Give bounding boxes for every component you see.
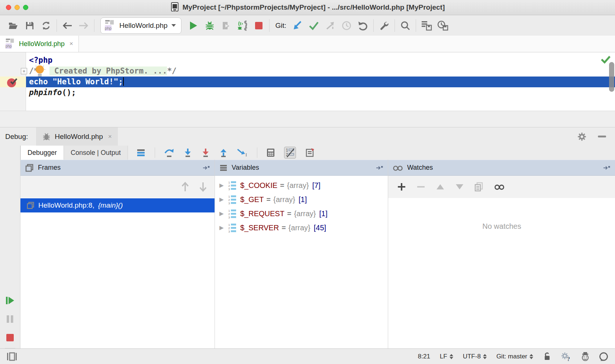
expand-arrow-icon[interactable]: ▶ (219, 196, 228, 203)
debug-left-toolbar (0, 146, 20, 348)
line-ending-select[interactable]: LF (440, 353, 453, 360)
frame-icon (26, 201, 35, 209)
git-push-icon[interactable] (322, 18, 338, 33)
expand-arrow-icon[interactable]: ▶ (219, 182, 228, 189)
caret-position[interactable]: 8:21 (418, 353, 430, 360)
text-caret (123, 77, 124, 86)
frame-location: HelloWorld.php:8, (38, 201, 94, 209)
close-window-button[interactable] (6, 5, 11, 10)
save-context-icon[interactable] (418, 18, 435, 33)
svg-text:2: 2 (228, 212, 230, 216)
folded-comment-region[interactable]: Created by PhpStorm. ... (49, 66, 167, 75)
step-into-icon[interactable] (183, 148, 192, 157)
remove-watch-icon[interactable] (416, 182, 425, 191)
run-with-coverage-icon[interactable] (218, 18, 234, 33)
duplicate-watch-icon[interactable] (474, 182, 483, 192)
editor[interactable]: <?php /* Created by PhpStorm. ...*/ echo… (0, 52, 615, 111)
debug-settings-gear-icon[interactable] (577, 132, 587, 142)
listen-debug-connections-icon[interactable] (234, 18, 251, 33)
editor-debug-splitter[interactable] (0, 111, 615, 127)
pause-icon[interactable] (6, 315, 14, 324)
move-watch-down-icon[interactable] (455, 183, 464, 190)
synchronize-icon[interactable] (38, 18, 54, 33)
save-icon[interactable] (22, 18, 38, 33)
step-over-icon[interactable] (164, 148, 174, 157)
git-branch-select[interactable]: Git: master (496, 353, 533, 360)
tab-debugger-label: Debugger (28, 149, 57, 157)
zoom-window-button[interactable] (23, 5, 28, 10)
variable-name: $_REQUEST (240, 209, 284, 218)
array-icon: 123 (228, 222, 237, 233)
frame-down-icon[interactable] (199, 182, 207, 192)
tab-console-output[interactable]: Console | Output (64, 146, 128, 160)
export-threads-icon[interactable] (305, 148, 315, 157)
debug-session-tab[interactable]: HelloWorld.php × (36, 127, 118, 146)
git-update-icon[interactable] (289, 18, 306, 33)
svg-text:I: I (245, 152, 247, 157)
fold-toggle-icon[interactable]: + (21, 68, 27, 74)
minimize-window-button[interactable] (15, 5, 20, 10)
forward-icon[interactable] (75, 18, 92, 33)
settings-wrench-icon[interactable] (376, 18, 392, 33)
encoding-select[interactable]: UTF-8 (463, 353, 487, 360)
expand-arrow-icon[interactable]: ▶ (219, 210, 228, 217)
evaluate-expression-icon[interactable] (266, 148, 275, 157)
close-tab-icon[interactable]: × (70, 40, 73, 48)
run-to-cursor-icon[interactable]: I (237, 148, 248, 157)
hide-panel-icon[interactable] (603, 165, 611, 170)
hide-panel-icon[interactable] (376, 165, 383, 170)
variable-row-get[interactable]: ▶ 123 $_GET = {array} [1] (215, 192, 388, 207)
variable-row-cookie[interactable]: ▶ 123 $_COOKIE = {array} [7] (215, 178, 388, 192)
breakpoint-icon[interactable] (6, 77, 19, 88)
stop-icon[interactable] (251, 18, 267, 33)
inspections-ok-icon[interactable] (601, 55, 611, 64)
show-watches-in-variables-icon[interactable] (494, 183, 505, 190)
close-session-icon[interactable]: × (108, 133, 112, 140)
force-step-into-icon[interactable] (201, 148, 210, 157)
bug-icon (42, 132, 51, 141)
history-icon[interactable] (338, 18, 355, 33)
git-commit-icon[interactable] (306, 18, 322, 33)
debug-tabs-row: Debugger Console | Output I (20, 146, 615, 160)
php-file-icon: php (104, 19, 116, 32)
rollback-icon[interactable] (355, 18, 371, 33)
back-icon[interactable] (59, 18, 75, 33)
variable-row-server[interactable]: ▶ 123 $_SERVER = {array} [45] (215, 221, 388, 235)
echo-statement: echo "Hello World!"; (29, 77, 123, 86)
move-watch-up-icon[interactable] (436, 183, 445, 190)
variable-row-request[interactable]: ▶ 123 $_REQUEST = {array} [1] (215, 207, 388, 221)
updown-chevron-icon (450, 354, 453, 359)
inspections-help-icon[interactable]: ? (561, 352, 571, 361)
search-everywhere-icon[interactable] (397, 18, 413, 33)
stop-icon[interactable] (6, 334, 14, 342)
editor-tab-helloworld[interactable]: php HelloWorld.php × (0, 36, 79, 52)
event-log-bubble-icon[interactable] (599, 352, 608, 361)
run-icon[interactable] (185, 18, 202, 33)
show-execution-point-icon[interactable] (136, 148, 146, 157)
toolwindow-switcher-icon[interactable] (7, 352, 17, 361)
resume-icon[interactable] (5, 296, 15, 305)
editor-scrollbar[interactable] (609, 62, 614, 92)
debug-icon[interactable] (202, 18, 218, 33)
intention-bulb-icon[interactable] (34, 65, 45, 77)
variable-size: [1] (319, 209, 328, 218)
hector-inspector-icon[interactable] (581, 352, 590, 361)
break-at-first-line-icon[interactable]: 1 2 (284, 147, 296, 159)
add-watch-icon[interactable] (397, 182, 406, 191)
unlock-icon[interactable] (543, 352, 551, 361)
svg-text:PHP: PHP (173, 10, 177, 12)
restore-context-icon[interactable] (435, 18, 451, 33)
hide-panel-icon[interactable] (203, 165, 210, 170)
variable-eq: = (281, 224, 286, 232)
titlebar: PHP MyProject [~/PhpstormProjects/MyProj… (0, 0, 615, 15)
tab-debugger[interactable]: Debugger (20, 146, 64, 160)
expand-arrow-icon[interactable]: ▶ (219, 224, 228, 231)
frame-row-selected[interactable]: HelloWorld.php:8, {main}() (20, 198, 215, 212)
step-out-icon[interactable] (219, 148, 228, 157)
watches-panel-title: Watches (407, 164, 433, 172)
run-configuration-select[interactable]: php HelloWorld.php (100, 17, 181, 34)
tab-console-output-label: Console | Output (71, 149, 121, 157)
frame-up-icon[interactable] (181, 182, 189, 192)
hide-toolwindow-icon[interactable] (598, 136, 606, 137)
open-icon[interactable] (5, 18, 22, 33)
